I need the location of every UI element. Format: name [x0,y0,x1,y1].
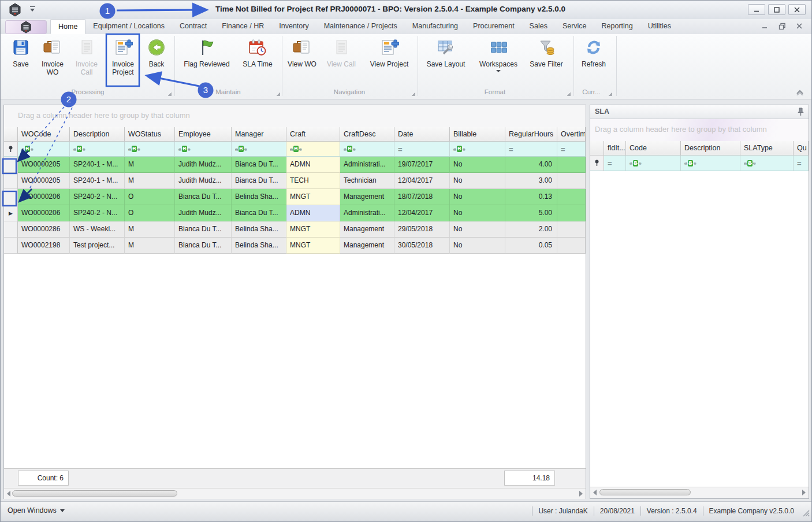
cell-billable[interactable]: No [450,189,505,205]
group-by-panel[interactable]: Drag a column header here to group by th… [4,105,586,128]
filter-billable[interactable] [450,142,505,157]
header-manager[interactable]: Manager [232,127,286,142]
tab-contract[interactable]: Contract [172,19,214,34]
filter-manager[interactable] [232,142,286,157]
cell-manager[interactable]: Bianca Du T... [232,205,286,221]
filter-date[interactable] [394,142,450,157]
scroll-right-icon[interactable] [802,490,806,495]
cell-craft[interactable]: TECH [286,173,340,189]
mdi-minimize-button[interactable] [761,22,769,30]
cell-description[interactable]: Test project... [70,238,125,254]
cell-wocode[interactable]: WO0000205 [18,157,70,173]
cell-manager[interactable]: Bianca Du T... [232,173,286,189]
cell-description[interactable]: SP240-2 - N... [70,189,125,205]
refresh-button[interactable]: Refresh [575,36,612,87]
scroll-left-icon[interactable] [593,490,597,495]
cell-overtime[interactable] [557,238,586,254]
header-craftdesc[interactable]: CraftDesc [340,127,394,142]
sla-group-by-panel[interactable]: Drag a column header here to group by th… [590,119,809,142]
cell-craft[interactable]: MNGT [286,221,340,238]
workspaces-button[interactable]: Workspaces [472,36,524,87]
cell-employee[interactable]: Bianca Du T... [175,189,232,205]
cell-regularhours[interactable]: 3.00 [505,173,557,189]
table-row[interactable]: WO0000205 SP240-1 - M... M Judith Mudz..… [4,157,586,173]
view-project-button[interactable]: View Project [363,36,416,87]
sla-header-description[interactable]: Description [681,141,740,156]
cell-craft[interactable]: MNGT [286,189,340,205]
tab-equipment-locations[interactable]: Equipment / Locations [85,19,172,34]
cell-employee[interactable]: Bianca Du T... [175,238,232,254]
table-row[interactable]: WO0000206 SP240-2 - N... O Bianca Du T..… [4,189,586,205]
open-windows-dropdown[interactable]: Open Windows [8,506,65,514]
filter-overtime[interactable] [557,142,586,157]
invoice-project-button[interactable]: Invoice Project [107,36,139,87]
header-regularhours[interactable]: RegularHours [505,127,557,142]
back-button[interactable]: Back [141,36,172,87]
cell-craftdesc[interactable]: Administrati... [340,157,394,173]
tab-inventory[interactable]: Inventory [271,19,316,34]
sla-filter-code[interactable] [626,156,681,171]
table-row[interactable]: WO0002198 Test project... M Bianca Du T.… [4,238,586,254]
scrollbar-thumb[interactable] [599,489,691,495]
quick-access-dropdown-icon[interactable] [29,6,36,13]
cell-date[interactable]: 12/04/2017 [394,205,450,221]
cell-regularhours[interactable]: 5.00 [505,205,557,221]
cell-billable[interactable]: No [450,238,505,254]
sla-filter-description[interactable] [681,156,740,171]
cell-employee[interactable]: Judith Mudz... [175,157,232,173]
cell-wostatus[interactable]: O [125,189,175,205]
tab-home[interactable]: Home [50,19,85,34]
pin-icon[interactable] [797,108,804,119]
collapse-ribbon-icon[interactable] [795,87,804,98]
header-craft[interactable]: Craft [286,127,340,142]
mdi-restore-button[interactable] [778,22,786,30]
tab-finance-hr[interactable]: Finance / HR [214,19,271,34]
tab-maintenance-projects[interactable]: Maintenance / Projects [316,19,405,34]
cell-overtime[interactable] [557,157,586,173]
row-selector[interactable] [4,221,18,238]
cell-description[interactable]: SP240-2 - N... [70,205,125,221]
sla-filter-slatype[interactable] [740,156,794,171]
cell-date[interactable]: 18/07/2018 [394,189,450,205]
cell-description[interactable]: SP240-1 - M... [70,157,125,173]
cell-wocode[interactable]: WO0000286 [18,221,70,238]
save-layout-button[interactable]: Save Layout [420,36,471,87]
filter-pin-icon[interactable] [4,142,18,157]
filter-employee[interactable] [175,142,232,157]
row-selector[interactable] [4,173,18,189]
table-row[interactable]: WO0000205 SP240-1 - M... M Judith Mudz..… [4,173,586,189]
save-filter-button[interactable]: Save Filter [522,36,571,87]
cell-employee[interactable]: Judith Mudz... [175,173,232,189]
filter-wocode[interactable] [18,142,70,157]
flag-reviewed-button[interactable]: Flag Reviewed [177,36,236,87]
minimize-button[interactable] [748,4,765,15]
cell-wocode[interactable]: WO0000206 [18,205,70,221]
cell-wocode[interactable]: WO0000205 [18,173,70,189]
header-description[interactable]: Description [70,127,125,142]
sla-filter-flditemtype[interactable] [604,156,626,171]
application-menu-button[interactable] [5,20,47,34]
cell-craftdesc[interactable]: Management [340,238,394,254]
dialog-launcher-icon[interactable] [608,92,612,96]
sla-header-slatype[interactable]: SLAType [740,141,794,156]
cell-regularhours[interactable]: 0.05 [505,238,557,254]
scroll-right-icon[interactable] [579,491,583,497]
filter-craftdesc[interactable] [340,142,394,157]
cell-regularhours[interactable]: 2.00 [505,221,557,238]
cell-manager[interactable]: Belinda Sha... [232,238,286,254]
dialog-launcher-icon[interactable] [411,92,415,96]
maximize-button[interactable] [768,4,785,15]
tab-procurement[interactable]: Procurement [465,19,522,34]
grid-horizontal-scrollbar[interactable] [4,488,586,499]
cell-employee[interactable]: Bianca Du T... [175,221,232,238]
cell-wostatus[interactable]: M [125,238,175,254]
tab-reporting[interactable]: Reporting [594,19,640,34]
cell-wostatus[interactable]: M [125,173,175,189]
cell-manager[interactable]: Belinda Sha... [232,221,286,238]
cell-overtime[interactable] [557,189,586,205]
cell-regularhours[interactable]: 4.00 [505,157,557,173]
filter-craft[interactable] [286,142,340,157]
cell-description[interactable]: WS - Weekl... [70,221,125,238]
close-button[interactable] [788,4,806,15]
tab-service[interactable]: Service [555,19,594,34]
